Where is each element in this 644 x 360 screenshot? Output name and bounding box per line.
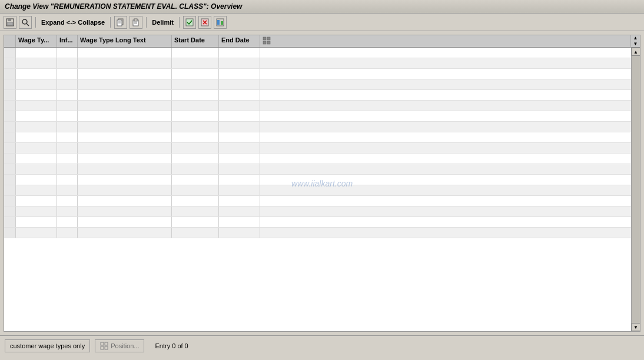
toolbar-paste-btn[interactable] [130,16,142,29]
row-selector[interactable] [4,90,16,100]
row-cell-wage-type [16,69,57,79]
scroll-up-header[interactable]: ▲ [633,35,638,41]
expand-collapse-btn[interactable]: Expand <-> Collapse [39,16,107,29]
row-selector[interactable] [4,79,16,89]
toolbar-separator-3 [146,17,147,28]
col-header-long-text: Wage Type Long Text [78,35,172,47]
row-cell-end-date [219,206,260,216]
row-cell-wage-type [16,122,57,132]
row-cell-start-date [172,48,219,58]
page-title: Change View "REMUNERATION STATEMENT EVAL… [5,2,242,11]
row-cell-inf [57,143,78,153]
toolbar-icon-btn-2[interactable] [19,16,32,29]
row-cell-long-text [78,206,172,216]
customer-wage-types-btn[interactable]: customer wage types only [5,339,90,352]
row-selector[interactable] [4,69,16,79]
row-cell-long-text [78,164,172,174]
row-cell-end-date [219,79,260,89]
delimit-btn[interactable]: Delimit [150,16,175,29]
toolbar: Expand <-> Collapse Delimit [0,14,644,31]
toolbar-copy-btn[interactable] [114,16,127,29]
row-cell-end-date [219,185,260,195]
scroll-up-btn[interactable]: ▲ [632,48,640,56]
table-row [4,48,640,58]
row-selector[interactable] [4,58,16,68]
table-body [4,48,640,331]
row-selector[interactable] [4,217,16,227]
row-cell-inf [57,79,78,89]
row-cell-start-date [172,132,219,142]
col-header-icon [260,35,272,47]
row-cell-inf [57,122,78,132]
svg-rect-13 [186,19,193,26]
toolbar-icon-btn-4[interactable] [198,16,211,29]
row-cell-inf [57,217,78,227]
row-cell-wage-type [16,206,57,216]
row-cell-end-date [219,69,260,79]
table-row [4,206,640,217]
row-cell-long-text [78,132,172,142]
row-cell-end-date [219,58,260,68]
row-selector[interactable] [4,101,16,111]
row-cell-end-date [219,196,260,206]
row-cell-start-date [172,143,219,153]
row-selector[interactable] [4,132,16,142]
toolbar-icon-btn-3[interactable] [183,16,196,29]
position-btn[interactable]: Position... [95,339,144,352]
row-cell-long-text [78,58,172,68]
row-selector[interactable] [4,48,16,58]
col-selector-header [4,35,16,47]
row-cell-start-date [172,101,219,111]
entry-count: Entry 0 of 0 [155,342,188,349]
svg-rect-21 [267,37,270,40]
table-container: www.iialkart.com Wage Ty... Inf... Wage … [4,35,640,332]
row-selector[interactable] [4,228,16,238]
toolbar-icon-btn-5[interactable] [214,16,227,29]
svg-rect-25 [105,342,108,345]
svg-line-4 [26,24,29,26]
toolbar-separator-2 [110,17,111,28]
row-cell-start-date [172,69,219,79]
row-cell-start-date [172,164,219,174]
row-cell-end-date [219,101,260,111]
row-cell-inf [57,132,78,142]
row-cell-start-date [172,90,219,100]
row-cell-wage-type [16,58,57,68]
row-cell-start-date [172,111,219,121]
svg-rect-2 [7,22,13,25]
toolbar-icon-btn-1[interactable] [4,16,16,29]
row-cell-wage-type [16,196,57,206]
table-row [4,185,640,196]
row-cell-end-date [219,228,260,238]
scroll-down-header[interactable]: ▼ [633,41,638,47]
row-cell-end-date [219,175,260,185]
row-cell-start-date [172,217,219,227]
col-header-end-date: End Date [219,35,260,47]
row-cell-wage-type [16,48,57,58]
table-row [4,90,640,101]
row-cell-start-date [172,175,219,185]
table-row [4,164,640,175]
row-cell-wage-type [16,228,57,238]
row-selector[interactable] [4,122,16,132]
row-selector[interactable] [4,154,16,164]
row-selector[interactable] [4,175,16,185]
row-selector[interactable] [4,196,16,206]
row-cell-start-date [172,196,219,206]
table-row [4,58,640,69]
row-cell-end-date [219,154,260,164]
row-cell-inf [57,196,78,206]
row-selector[interactable] [4,143,16,153]
row-cell-long-text [78,185,172,195]
row-selector[interactable] [4,111,16,121]
row-selector[interactable] [4,185,16,195]
row-selector[interactable] [4,164,16,174]
row-cell-inf [57,175,78,185]
row-cell-long-text [78,228,172,238]
svg-rect-26 [101,346,104,349]
svg-rect-24 [101,342,104,345]
row-cell-start-date [172,154,219,164]
row-selector[interactable] [4,206,16,216]
scroll-down-btn[interactable]: ▼ [632,323,640,331]
svg-rect-18 [217,20,220,25]
